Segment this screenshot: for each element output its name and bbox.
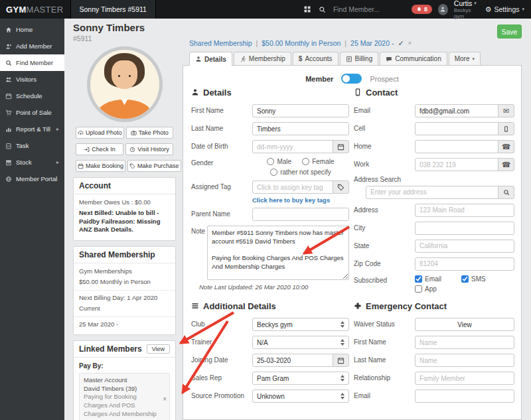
work-phone-input[interactable] bbox=[415, 158, 498, 171]
dob-input[interactable] bbox=[252, 140, 333, 153]
settings-menu[interactable]: ⚙ Settings ▾ bbox=[485, 5, 524, 14]
sidebar-item-point-of-sale[interactable]: Point of Sale bbox=[0, 104, 64, 121]
prospect-toggle-label[interactable]: Prospect bbox=[370, 75, 398, 83]
search-icon bbox=[5, 60, 12, 66]
tab-membership[interactable]: Membership bbox=[234, 52, 291, 65]
notifications-badge[interactable]: 8 bbox=[412, 5, 432, 14]
emergency-first-name-input[interactable] bbox=[415, 336, 514, 349]
city-input[interactable] bbox=[415, 222, 514, 235]
joining-date-input[interactable] bbox=[252, 354, 333, 367]
address-search-input[interactable] bbox=[366, 186, 498, 199]
invoice-icon bbox=[346, 56, 352, 62]
make-booking-button[interactable]: Make Booking bbox=[76, 160, 125, 172]
apps-grid-icon[interactable] bbox=[303, 5, 311, 13]
home-phone-input[interactable] bbox=[415, 140, 498, 153]
dob-calendar-button[interactable] bbox=[333, 140, 349, 153]
waiver-view-button[interactable]: View bbox=[415, 318, 514, 331]
sidebar-item-task[interactable]: Task bbox=[0, 137, 64, 154]
emergency-last-name-input[interactable] bbox=[415, 354, 514, 367]
plan-link[interactable]: $50.00 Monthly in Person bbox=[262, 39, 341, 47]
gender-male-radio[interactable]: Male bbox=[267, 158, 291, 165]
check-in-button[interactable]: Check In bbox=[76, 143, 123, 155]
subscribed-sms-option[interactable]: SMS bbox=[461, 275, 486, 283]
email-input[interactable] bbox=[415, 104, 498, 117]
joining-date-calendar-button[interactable] bbox=[333, 354, 349, 367]
male-radio[interactable] bbox=[267, 158, 274, 165]
relationship-input[interactable] bbox=[415, 372, 514, 385]
app-logo[interactable]: GYMMASTER bbox=[0, 5, 70, 15]
search-icon[interactable] bbox=[319, 6, 326, 13]
club-select[interactable]: Beckys gym bbox=[252, 318, 349, 331]
take-photo-button[interactable]: Take Photo bbox=[126, 127, 173, 139]
sidebar-item-member-portal[interactable]: Member Portal bbox=[0, 171, 64, 187]
close-icon[interactable]: × bbox=[408, 40, 412, 46]
unspecified-radio[interactable] bbox=[270, 169, 277, 176]
subscribed-app-option[interactable]: App bbox=[415, 285, 437, 293]
remove-linked-member-icon[interactable]: × bbox=[163, 395, 167, 404]
check-icon[interactable]: ✓ bbox=[398, 39, 404, 48]
user-name: Curtis bbox=[454, 0, 472, 7]
assigned-tag-input[interactable] bbox=[252, 180, 333, 194]
dates-link[interactable]: 25 Mar 2020 - bbox=[350, 39, 394, 47]
sms-checkbox[interactable] bbox=[461, 275, 469, 283]
first-name-input[interactable] bbox=[252, 104, 349, 117]
make-purchase-button[interactable]: Make Purchase bbox=[127, 160, 181, 172]
tab-more[interactable]: More ▾ bbox=[449, 52, 481, 65]
source-promotion-select[interactable]: Unknown bbox=[252, 389, 349, 403]
note-textarea[interactable]: Member #5911 Sonny Timbers now has maste… bbox=[207, 226, 349, 280]
member-prospect-toggle-row: Member Prospect bbox=[183, 74, 521, 84]
cell-input[interactable] bbox=[415, 122, 498, 135]
buy-key-tags-link[interactable]: Click here to buy key tags bbox=[252, 196, 349, 204]
address-input[interactable] bbox=[415, 204, 514, 217]
gender-unspecified-radio[interactable]: rather not specify bbox=[270, 169, 331, 176]
emergency-email-input[interactable] bbox=[415, 389, 514, 403]
call-cell-button[interactable] bbox=[498, 122, 514, 135]
trainer-select[interactable]: N/A bbox=[252, 336, 349, 349]
email-row: Email ✉ bbox=[354, 104, 514, 117]
open-member-tab[interactable]: Sonny Timbers #5911 bbox=[70, 0, 156, 19]
call-work-button[interactable]: ☎ bbox=[498, 158, 514, 171]
user-avatar[interactable] bbox=[438, 4, 448, 15]
address-search-button[interactable] bbox=[498, 186, 514, 199]
email-checkbox[interactable] bbox=[415, 275, 422, 283]
sidebar-item-stock[interactable]: Stock ▸ bbox=[0, 154, 64, 171]
emergency-email-label: Email bbox=[354, 392, 415, 400]
save-button[interactable]: Save bbox=[497, 25, 522, 38]
sidebar-item-add-member[interactable]: Add Member bbox=[0, 38, 64, 54]
parent-name-input[interactable] bbox=[252, 208, 349, 221]
female-radio[interactable] bbox=[302, 158, 309, 165]
emergency-email-row: Email bbox=[354, 389, 514, 403]
tab-billing[interactable]: Billing bbox=[340, 52, 379, 65]
sidebar-item-home[interactable]: Home bbox=[0, 21, 64, 38]
joining-date-label: Joining Date bbox=[191, 356, 252, 364]
app-checkbox[interactable] bbox=[415, 285, 422, 293]
user-menu[interactable]: Curtis▾ Beckys gym bbox=[454, 0, 479, 19]
sales-rep-select[interactable]: Pam Gram bbox=[252, 372, 349, 385]
member-prospect-toggle[interactable] bbox=[341, 74, 362, 84]
subscribed-email-option[interactable]: Email bbox=[415, 275, 441, 283]
tab-communication[interactable]: Communication bbox=[380, 52, 447, 65]
state-input[interactable] bbox=[415, 240, 514, 253]
last-name-input[interactable] bbox=[252, 122, 349, 135]
linked-members-view-button[interactable]: View bbox=[147, 344, 170, 354]
tab-details[interactable]: Details bbox=[189, 52, 232, 66]
visit-history-button[interactable]: Visit History bbox=[125, 143, 173, 155]
upload-photo-button[interactable]: Upload Photo bbox=[76, 127, 124, 139]
assigned-tag-row: Assigned Tag bbox=[191, 180, 349, 194]
member-toggle-label[interactable]: Member bbox=[305, 75, 333, 83]
sidebar-item-visitors[interactable]: Visitors bbox=[0, 71, 64, 88]
global-search-input[interactable] bbox=[333, 5, 412, 13]
sidebar-item-schedule[interactable]: Schedule bbox=[0, 88, 64, 104]
home-label: Home bbox=[354, 143, 415, 151]
membership-link[interactable]: Shared Membership bbox=[189, 39, 252, 47]
tab-accounts[interactable]: $ Accounts bbox=[293, 52, 339, 65]
master-account-item[interactable]: Master Account David Timbers (39) Paying… bbox=[79, 373, 170, 420]
sidebar-item-report-till[interactable]: Report & Till ▸ bbox=[0, 121, 64, 137]
zip-input[interactable] bbox=[415, 257, 514, 271]
call-home-button[interactable]: ☎ bbox=[498, 140, 514, 153]
key-tag-button[interactable] bbox=[333, 180, 349, 194]
gender-female-radio[interactable]: Female bbox=[302, 158, 334, 165]
note-last-updated: Note Last Updated: 26 Mar 2020 10:00 bbox=[199, 283, 349, 291]
send-email-button[interactable]: ✉ bbox=[498, 104, 514, 117]
sidebar-item-find-member[interactable]: Find Member bbox=[0, 54, 64, 71]
